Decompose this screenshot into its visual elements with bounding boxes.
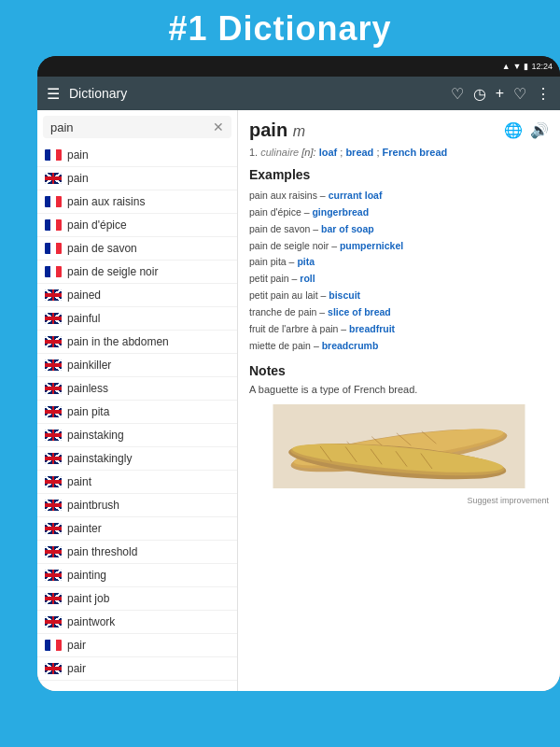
uk-flag-icon bbox=[45, 289, 62, 301]
example-highlight: breadfruit bbox=[349, 323, 395, 334]
uk-flag-icon bbox=[45, 500, 62, 511]
entry-header: pain m 🌐 🔊 bbox=[249, 120, 549, 141]
status-bar: ▲ ▼ ▮ 12:24 bbox=[37, 56, 560, 77]
list-item[interactable]: paint job bbox=[37, 587, 237, 611]
word-label: painless bbox=[67, 382, 108, 395]
list-item[interactable]: pain bbox=[37, 144, 237, 167]
uk-flag-icon bbox=[45, 663, 62, 674]
app-bar: ☰ Dictionary ♡ ◷ + ♡ ⋮ bbox=[37, 77, 560, 110]
word-label: painkiller bbox=[67, 359, 111, 372]
list-item[interactable]: pain pita bbox=[37, 401, 237, 424]
example-item: tranche de pain – slice of bread bbox=[249, 304, 549, 321]
word-label: paintbrush bbox=[67, 499, 119, 512]
list-item[interactable]: painstakingly bbox=[37, 447, 237, 471]
list-item[interactable]: pair bbox=[37, 657, 237, 681]
battery-icon: ▮ bbox=[524, 62, 528, 71]
example-text: pain aux raisins – bbox=[249, 190, 329, 201]
example-item: pain aux raisins – currant loaf bbox=[249, 188, 549, 204]
list-item[interactable]: painkiller bbox=[37, 354, 237, 377]
word-label: pain in the abdomen bbox=[67, 335, 169, 348]
list-item[interactable]: pain de savon bbox=[37, 237, 237, 261]
uk-flag-icon bbox=[45, 616, 62, 627]
globe-icon[interactable]: 🌐 bbox=[504, 121, 523, 139]
list-item[interactable]: pain aux raisins bbox=[37, 190, 237, 214]
entry-icons: 🌐 🔊 bbox=[504, 121, 549, 139]
wifi-icon: ▲ bbox=[502, 62, 511, 71]
list-item[interactable]: pair bbox=[37, 634, 237, 657]
status-bar-icons: ▲ ▼ ▮ 12:24 bbox=[502, 62, 553, 71]
word-label: painstakingly bbox=[67, 452, 132, 465]
list-item[interactable]: painting bbox=[37, 564, 237, 587]
clear-icon[interactable]: ✕ bbox=[213, 120, 224, 134]
list-item[interactable]: painter bbox=[37, 517, 237, 541]
uk-flag-icon bbox=[45, 523, 62, 534]
uk-flag-icon bbox=[45, 406, 62, 417]
example-item: petit pain – roll bbox=[249, 271, 549, 288]
example-item: pain d'épice – gingerbread bbox=[249, 204, 549, 221]
word-label: pain de savon bbox=[67, 242, 137, 255]
example-highlight: bar of soap bbox=[321, 223, 374, 234]
speaker-icon[interactable]: 🔊 bbox=[530, 121, 549, 139]
uk-flag-icon bbox=[45, 570, 62, 581]
french-flag-icon bbox=[45, 196, 62, 207]
entry-definition: 1. culinaire [n]: loaf ; bread ; French … bbox=[249, 147, 549, 158]
more-icon[interactable]: ⋮ bbox=[536, 85, 551, 103]
example-item: pain de seigle noir – pumpernickel bbox=[249, 238, 549, 255]
word-label: pain bbox=[67, 148, 89, 162]
word-label: pained bbox=[67, 289, 101, 302]
word-label: paint job bbox=[67, 592, 109, 605]
main-content: ✕ painpainpain aux raisinspain d'épicepa… bbox=[37, 110, 560, 691]
right-panel: pain m 🌐 🔊 1. culinaire [n]: loaf ; brea… bbox=[238, 110, 560, 691]
notes-title: Notes bbox=[249, 363, 549, 378]
search-input[interactable] bbox=[50, 120, 207, 134]
word-label: painstaking bbox=[67, 429, 124, 442]
list-item[interactable]: pained bbox=[37, 284, 237, 307]
list-item[interactable]: paintbrush bbox=[37, 494, 237, 517]
baguette-image bbox=[249, 404, 549, 488]
suggest-improvement[interactable]: Suggest improvement bbox=[249, 496, 549, 505]
word-list: painpainpain aux raisinspain d'épicepain… bbox=[37, 144, 237, 691]
example-text: pain de savon – bbox=[249, 223, 321, 234]
example-text: petit pain – bbox=[249, 273, 300, 284]
device-frame: ▲ ▼ ▮ 12:24 ☰ Dictionary ♡ ◷ + ♡ ⋮ ✕ pai… bbox=[37, 56, 560, 691]
history-icon[interactable]: ◷ bbox=[473, 85, 486, 103]
example-item: miette de pain – breadcrumb bbox=[249, 338, 549, 355]
list-item[interactable]: painstaking bbox=[37, 424, 237, 447]
menu-icon[interactable]: ☰ bbox=[47, 85, 60, 103]
list-item[interactable]: pain de seigle noir bbox=[37, 261, 237, 284]
list-item[interactable]: paintwork bbox=[37, 611, 237, 634]
list-item[interactable]: pain d'épice bbox=[37, 214, 237, 237]
list-item[interactable]: painless bbox=[37, 377, 237, 401]
def-grammar: [n]: bbox=[301, 147, 318, 158]
uk-flag-icon bbox=[45, 336, 62, 347]
word-label: painting bbox=[67, 569, 106, 582]
heart2-icon[interactable]: ♡ bbox=[513, 85, 526, 103]
favorites-icon[interactable]: ♡ bbox=[451, 85, 464, 103]
french-flag-icon bbox=[45, 149, 62, 161]
example-text: pain de seigle noir – bbox=[249, 240, 340, 251]
uk-flag-icon bbox=[45, 359, 62, 371]
word-label: pair bbox=[67, 662, 86, 675]
examples-title: Examples bbox=[249, 167, 549, 182]
list-item[interactable]: pain bbox=[37, 167, 237, 190]
uk-flag-icon bbox=[45, 593, 62, 604]
word-label: pain threshold bbox=[67, 545, 137, 558]
entry-word: pain m bbox=[249, 120, 305, 141]
example-highlight: breadcrumb bbox=[322, 340, 379, 351]
search-bar: ✕ bbox=[43, 116, 231, 138]
uk-flag-icon bbox=[45, 383, 62, 394]
def-text1: loaf bbox=[319, 147, 338, 158]
add-icon[interactable]: + bbox=[496, 85, 504, 102]
list-item[interactable]: paint bbox=[37, 471, 237, 494]
example-item: pain de savon – bar of soap bbox=[249, 221, 549, 238]
signal-icon: ▼ bbox=[513, 62, 522, 71]
example-highlight: pumpernickel bbox=[340, 240, 403, 251]
left-panel: ✕ painpainpain aux raisinspain d'épicepa… bbox=[37, 110, 238, 691]
list-item[interactable]: pain in the abdomen bbox=[37, 331, 237, 354]
example-item: fruit de l'arbre à pain – breadfruit bbox=[249, 321, 549, 338]
list-item[interactable]: painful bbox=[37, 307, 237, 331]
list-item[interactable]: pain threshold bbox=[37, 541, 237, 564]
word-label: pain d'épice bbox=[67, 218, 127, 232]
clock-time: 12:24 bbox=[531, 62, 553, 71]
word-label: pair bbox=[67, 639, 86, 652]
